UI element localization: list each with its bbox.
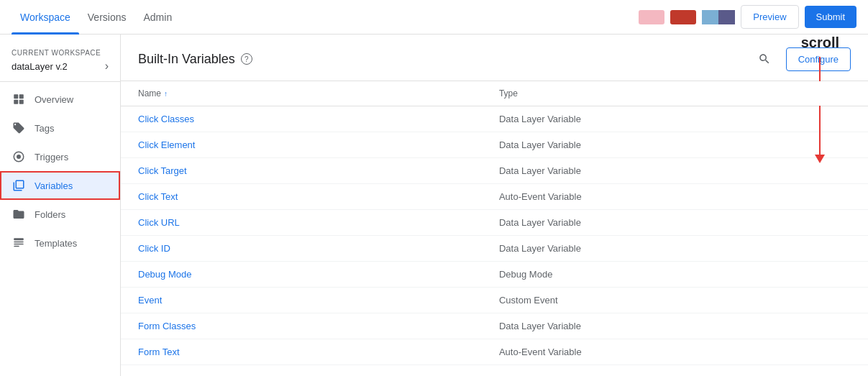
table-row[interactable]: History Source Data Layer Variable: [121, 365, 868, 375]
svg-rect-9: [14, 246, 19, 247]
var-name-link[interactable]: Debug Mode: [138, 269, 191, 280]
page-title: Built-In Variables: [138, 52, 235, 67]
var-type-cell: Data Layer Variable: [482, 158, 868, 184]
var-type-cell: Data Layer Variable: [482, 236, 868, 262]
var-name-cell: Click Text: [121, 184, 482, 210]
table-row[interactable]: Click URL Data Layer Variable: [121, 210, 868, 236]
var-type-cell: Data Layer Variable: [482, 210, 868, 236]
workspace-section: CURRENT WORKSPACE dataLayer v.2 ›: [0, 40, 120, 78]
var-name-cell: Click URL: [121, 210, 482, 236]
var-name-cell: Click Target: [121, 158, 482, 184]
configure-button[interactable]: Configure: [786, 47, 851, 71]
var-name-link[interactable]: Click URL: [138, 217, 180, 228]
workspace-name: dataLayer v.2: [12, 61, 68, 72]
table-row[interactable]: Event Custom Event: [121, 288, 868, 313]
folder-icon: [12, 207, 26, 221]
table-body: Click Classes Data Layer Variable Click …: [121, 106, 868, 375]
swatch-pink: [639, 10, 664, 24]
svg-rect-0: [14, 94, 18, 98]
var-name-link[interactable]: Click Text: [138, 191, 178, 202]
table-row[interactable]: Click Classes Data Layer Variable: [121, 106, 868, 132]
var-name-cell: Click Element: [121, 132, 482, 158]
sidebar-divider: [0, 81, 120, 82]
var-name-link[interactable]: Event: [138, 295, 162, 306]
var-name-link[interactable]: Form Text: [138, 347, 180, 357]
var-name-link[interactable]: Click Target: [138, 165, 187, 176]
sidebar-item-label: Folders: [35, 209, 65, 220]
sidebar: CURRENT WORKSPACE dataLayer v.2 › Overvi…: [0, 35, 121, 376]
preview-button[interactable]: Preview: [741, 5, 798, 29]
main-layout: CURRENT WORKSPACE dataLayer v.2 › Overvi…: [0, 35, 868, 376]
var-type-cell: Auto-Event Variable: [482, 184, 868, 210]
table-header-row: Name ↑ Type: [121, 81, 868, 106]
table-row[interactable]: Click Element Data Layer Variable: [121, 132, 868, 158]
sidebar-item-label: Triggers: [35, 152, 68, 162]
svg-rect-1: [19, 94, 24, 98]
main-content: Built-In Variables ? Configure Name: [121, 35, 868, 376]
sidebar-item-triggers[interactable]: Triggers: [0, 142, 120, 171]
var-name-cell: Debug Mode: [121, 262, 482, 288]
sidebar-item-label: Variables: [35, 180, 73, 191]
var-type-cell: Auto-Event Variable: [482, 339, 868, 365]
tag-icon: [12, 121, 26, 135]
swatch-blue: [702, 10, 718, 24]
var-type-cell: Debug Mode: [482, 262, 868, 288]
var-name-cell: History Source: [121, 365, 482, 375]
sort-asc-icon: ↑: [164, 90, 168, 98]
col-type: Type: [482, 81, 868, 106]
swatch-red: [670, 10, 696, 24]
tab-versions[interactable]: Versions: [79, 0, 135, 35]
sidebar-item-overview[interactable]: Overview: [0, 85, 120, 114]
sidebar-item-templates[interactable]: Templates: [0, 229, 120, 257]
var-type-cell: Data Layer Variable: [482, 106, 868, 132]
table-row[interactable]: Form Classes Data Layer Variable: [121, 313, 868, 339]
help-icon[interactable]: ?: [241, 53, 252, 65]
var-name-link[interactable]: Form Classes: [138, 321, 196, 331]
table-container[interactable]: Name ↑ Type Click Classes Data Layer Var…: [121, 81, 868, 374]
sidebar-item-label: Overview: [35, 94, 73, 105]
table-row[interactable]: Click Text Auto-Event Variable: [121, 184, 868, 210]
swatch-combo: [702, 10, 735, 24]
workspace-selector[interactable]: dataLayer v.2 ›: [12, 60, 109, 73]
var-type-cell: Data Layer Variable: [482, 132, 868, 158]
workspace-label: CURRENT WORKSPACE: [12, 49, 109, 57]
var-name-link[interactable]: History Source: [138, 372, 199, 374]
var-name-cell: Click Classes: [121, 106, 482, 132]
svg-rect-8: [14, 244, 24, 245]
sidebar-item-label: Templates: [35, 238, 77, 249]
var-name-link[interactable]: Click Element: [138, 139, 195, 150]
nav-tabs: Workspace Versions Admin: [12, 0, 639, 35]
sidebar-item-folders[interactable]: Folders: [0, 200, 120, 229]
var-name-cell: Form Classes: [121, 313, 482, 339]
var-type-cell: Data Layer Variable: [482, 313, 868, 339]
content-header: Built-In Variables ? Configure: [121, 35, 868, 81]
svg-rect-2: [14, 100, 18, 104]
header-actions: Configure: [751, 46, 851, 72]
tab-admin[interactable]: Admin: [134, 0, 181, 35]
table-row[interactable]: Debug Mode Debug Mode: [121, 262, 868, 288]
var-name-link[interactable]: Click ID: [138, 243, 170, 254]
var-name-cell: Form Text: [121, 339, 482, 365]
var-name-cell: Click ID: [121, 236, 482, 262]
tab-workspace[interactable]: Workspace: [12, 0, 79, 35]
submit-button[interactable]: Submit: [805, 6, 856, 28]
variables-icon: [12, 178, 26, 193]
sidebar-item-variables[interactable]: Variables: [0, 171, 120, 200]
svg-rect-6: [14, 238, 24, 240]
table-row[interactable]: Form Text Auto-Event Variable: [121, 339, 868, 365]
search-button[interactable]: [751, 46, 777, 72]
sidebar-item-label: Tags: [35, 123, 54, 134]
col-name[interactable]: Name ↑: [121, 81, 482, 106]
content-title: Built-In Variables ?: [138, 52, 252, 67]
svg-point-5: [17, 155, 21, 159]
top-navigation: Workspace Versions Admin Preview Submit: [0, 0, 868, 35]
overview-icon: [12, 92, 26, 106]
var-type-cell: Data Layer Variable: [482, 365, 868, 375]
variables-table: Name ↑ Type Click Classes Data Layer Var…: [121, 81, 868, 374]
sidebar-item-tags[interactable]: Tags: [0, 114, 120, 142]
table-row[interactable]: Click ID Data Layer Variable: [121, 236, 868, 262]
table-row[interactable]: Click Target Data Layer Variable: [121, 158, 868, 184]
nav-right: Preview Submit: [639, 5, 856, 29]
var-name-link[interactable]: Click Classes: [138, 114, 194, 124]
template-icon: [12, 236, 26, 250]
